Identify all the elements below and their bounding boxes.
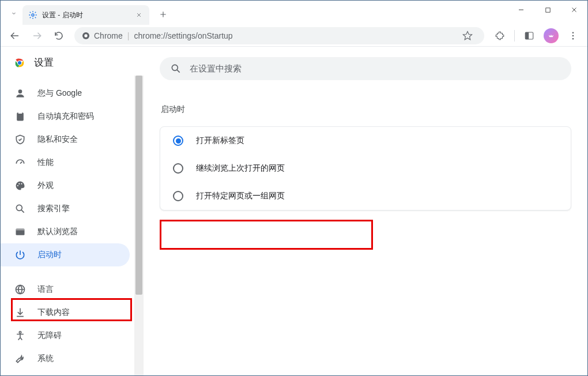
chrome-icon <box>81 31 91 40</box>
window-maximize-button[interactable] <box>534 1 561 19</box>
forward-button[interactable] <box>27 27 47 45</box>
search-icon <box>170 63 182 74</box>
sidebar-item-default-browser[interactable]: 默认浏览器 <box>1 220 130 243</box>
extensions-icon[interactable] <box>490 27 510 45</box>
svg-point-7 <box>572 35 574 36</box>
radio-icon <box>173 136 183 146</box>
settings-title: 设置 <box>34 56 54 69</box>
search-icon <box>14 203 26 215</box>
sidebar-item-downloads[interactable]: 下载内容 <box>1 301 130 324</box>
svg-point-16 <box>18 183 20 185</box>
tab-search-dropdown[interactable] <box>5 5 22 21</box>
sidebar-scrollbar[interactable] <box>134 76 144 375</box>
chrome-logo-icon <box>13 57 26 69</box>
sidebar-item-system[interactable]: 系统 <box>1 347 130 370</box>
globe-icon <box>14 284 26 295</box>
section-title: 启动时 <box>160 104 571 115</box>
radio-label: 打开特定网页或一组网页 <box>196 191 285 201</box>
url-text: chrome://settings/onStartup <box>134 31 232 40</box>
radio-option-new-tab[interactable]: 打开新标签页 <box>160 127 571 155</box>
new-tab-button[interactable] <box>155 6 171 22</box>
sidebar-item-languages[interactable]: 语言 <box>1 278 130 301</box>
sidebar-item-you-and-google[interactable]: 您与 Google <box>1 82 130 105</box>
search-placeholder: 在设置中搜索 <box>190 63 242 74</box>
svg-point-10 <box>18 61 21 64</box>
sidebar-item-label: 启动时 <box>37 250 62 260</box>
sidebar-item-accessibility[interactable]: 无障碍 <box>1 324 130 347</box>
settings-header: 设置 <box>1 47 144 78</box>
svg-rect-20 <box>16 228 25 230</box>
radio-icon <box>173 191 183 201</box>
person-icon <box>14 88 26 99</box>
browser-icon <box>14 226 26 238</box>
browser-tab[interactable]: 设置 - 启动时 <box>22 5 149 25</box>
radio-icon <box>173 163 183 174</box>
palette-icon <box>14 180 26 191</box>
tab-close-button[interactable] <box>134 10 144 20</box>
sidebar-item-on-startup[interactable]: 启动时 <box>1 243 130 266</box>
accessibility-icon <box>14 330 26 341</box>
annotation-highlight-option <box>160 220 373 250</box>
svg-point-18 <box>16 205 22 210</box>
radio-label: 打开新标签页 <box>196 136 244 146</box>
svg-point-3 <box>84 34 87 37</box>
svg-point-15 <box>17 185 18 186</box>
sidebar-item-label: 默认浏览器 <box>37 227 78 237</box>
sidebar-item-privacy[interactable]: 隐私和安全 <box>1 128 130 151</box>
divider <box>1 266 134 278</box>
sidebar-item-label: 自动填充和密码 <box>37 111 94 122</box>
svg-rect-1 <box>545 7 549 12</box>
chrome-scheme-chip: Chrome <box>81 31 123 40</box>
clipboard-icon <box>14 111 26 122</box>
svg-point-6 <box>572 32 574 33</box>
menu-button[interactable] <box>563 27 583 45</box>
speedometer-icon <box>14 157 26 168</box>
svg-rect-14 <box>18 112 22 114</box>
radio-label: 继续浏览上次打开的网页 <box>196 163 285 174</box>
sidebar-item-autofill[interactable]: 自动填充和密码 <box>1 105 130 128</box>
download-icon <box>14 307 26 318</box>
svg-rect-5 <box>525 32 529 39</box>
sidebar-item-label: 性能 <box>37 157 54 168</box>
sidebar-item-label: 外观 <box>37 181 54 191</box>
svg-point-17 <box>21 183 22 185</box>
sidebar-item-label: 系统 <box>37 354 54 364</box>
svg-point-12 <box>18 89 22 93</box>
svg-point-23 <box>172 65 178 70</box>
address-bar[interactable]: Chrome | chrome://settings/onStartup <box>74 27 484 44</box>
sidebar-item-label: 您与 Google <box>37 88 82 99</box>
window-minimize-button[interactable] <box>508 1 534 19</box>
tab-title: 设置 - 启动时 <box>42 10 130 20</box>
search-settings-input[interactable]: 在设置中搜索 <box>160 57 571 80</box>
sidebar-item-label: 语言 <box>37 284 54 295</box>
reload-button[interactable] <box>49 27 69 45</box>
sidebar-item-label: 搜索引擎 <box>37 204 70 214</box>
bookmark-star-icon[interactable] <box>458 27 477 45</box>
sidebar-item-search-engine[interactable]: 搜索引擎 <box>1 197 130 220</box>
svg-point-22 <box>19 332 21 333</box>
scrollbar-thumb[interactable] <box>135 76 142 295</box>
profile-avatar[interactable] <box>541 27 561 45</box>
wrench-icon <box>14 353 26 364</box>
radio-option-specific-pages[interactable]: 打开特定网页或一组网页 <box>160 182 571 210</box>
window-close-button[interactable] <box>561 1 587 19</box>
separator <box>514 30 515 42</box>
side-panel-icon[interactable] <box>519 27 539 45</box>
startup-options-card: 打开新标签页 继续浏览上次打开的网页 打开特定网页或一组网页 <box>160 126 571 210</box>
gear-icon <box>28 10 37 20</box>
shield-icon <box>14 134 26 145</box>
sidebar-item-label: 隐私和安全 <box>37 134 78 145</box>
sidebar-item-label: 无障碍 <box>37 330 62 341</box>
svg-point-8 <box>572 37 574 39</box>
svg-point-0 <box>32 14 34 16</box>
sidebar-item-performance[interactable]: 性能 <box>1 151 130 174</box>
sidebar-item-appearance[interactable]: 外观 <box>1 174 130 197</box>
radio-option-continue[interactable]: 继续浏览上次打开的网页 <box>160 155 571 182</box>
sidebar-item-label: 下载内容 <box>37 307 70 318</box>
power-icon <box>14 249 26 261</box>
svg-rect-13 <box>17 112 24 121</box>
back-button[interactable] <box>5 27 25 45</box>
